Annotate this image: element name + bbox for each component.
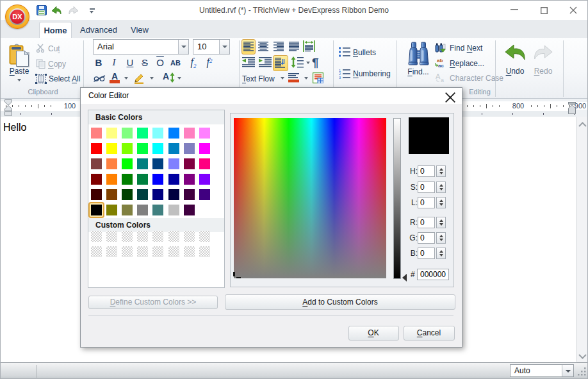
svg-text:a: a	[441, 77, 444, 83]
svg-text:ac: ac	[438, 63, 444, 68]
svg-text:A: A	[436, 72, 441, 80]
svg-text:3: 3	[339, 76, 341, 80]
